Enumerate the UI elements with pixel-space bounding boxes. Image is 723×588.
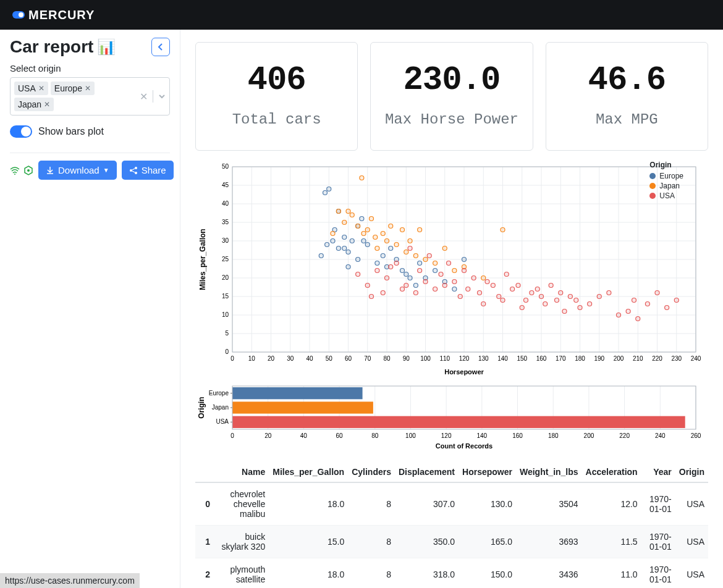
share-button[interactable]: Share [122,161,174,180]
svg-point-174 [524,298,528,303]
svg-text:200: 200 [614,355,624,362]
sidebar: Car report 📊 Select origin USA✕ Europe✕ … [0,30,180,588]
svg-point-117 [356,224,360,229]
svg-point-151 [413,291,418,295]
svg-point-154 [427,254,431,258]
svg-point-121 [370,217,374,221]
svg-point-96 [365,243,370,247]
tag-japan: Japan✕ [14,98,54,111]
svg-point-175 [530,291,534,295]
svg-text:60: 60 [345,355,352,362]
svg-text:10: 10 [248,355,256,362]
remove-tag-icon[interactable]: ✕ [44,100,50,109]
svg-point-113 [336,209,340,214]
svg-point-152 [418,269,422,273]
page-title: Car report 📊 [10,37,116,57]
svg-point-173 [520,306,524,310]
svg-point-164 [478,291,482,295]
clear-all-icon[interactable]: ✕ [140,91,148,103]
svg-point-5 [135,172,137,174]
svg-point-133 [423,258,428,262]
svg-point-190 [626,309,630,314]
svg-text:120: 120 [441,432,452,439]
svg-point-90 [327,187,331,191]
svg-point-105 [413,284,418,288]
collapse-sidebar-button[interactable] [151,38,170,56]
svg-point-130 [408,239,412,243]
show-bars-toggle[interactable] [10,125,32,138]
svg-text:90: 90 [403,355,410,362]
svg-text:45: 45 [222,182,229,188]
svg-point-156 [439,272,443,277]
svg-point-196 [674,298,679,303]
scatter-chart: Origin Europe Japan USA 0102030405060708… [195,161,708,377]
svg-text:15: 15 [222,293,229,300]
caret-down-icon: ▼ [103,167,109,174]
svg-point-176 [535,287,539,292]
svg-text:110: 110 [439,355,450,362]
svg-point-195 [665,306,669,310]
svg-point-2 [27,169,30,172]
table-header: Horsepower [459,462,516,482]
svg-point-171 [510,287,515,292]
svg-point-187 [597,295,601,299]
brand-text: MERCURY [28,8,95,22]
svg-point-79 [319,254,323,258]
svg-point-124 [381,232,385,236]
remove-tag-icon[interactable]: ✕ [38,84,44,93]
svg-text:40: 40 [300,432,308,439]
svg-text:0: 0 [225,348,229,355]
svg-point-88 [360,217,364,221]
svg-point-100 [389,246,393,251]
svg-text:160: 160 [512,432,523,439]
svg-point-158 [447,261,451,266]
svg-text:0: 0 [230,432,234,439]
legend-item[interactable]: Japan [649,182,683,190]
svg-text:40: 40 [222,200,229,207]
svg-point-131 [413,254,418,258]
svg-point-177 [539,295,544,299]
multiselect-controls: ✕ [140,90,166,103]
svg-point-95 [362,239,366,243]
download-button[interactable]: Download ▼ [38,161,117,180]
legend-item[interactable]: USA [649,191,683,200]
svg-point-143 [375,269,379,273]
svg-point-185 [578,306,582,310]
svg-text:USA: USA [216,419,229,426]
brand[interactable]: MERCURY [0,0,180,30]
svg-rect-233 [232,416,685,428]
svg-point-127 [394,243,399,247]
svg-point-86 [350,239,354,243]
origin-multiselect[interactable]: USA✕ Europe✕ Japan✕ ✕ [10,77,170,116]
svg-point-193 [645,302,649,306]
svg-point-116 [350,213,354,217]
legend-item[interactable]: Europe [649,172,683,180]
table-header: Miles_per_Gallon [269,462,348,482]
svg-text:50: 50 [326,355,333,362]
svg-text:120: 120 [459,355,470,362]
card-value: 406 [202,61,351,99]
svg-point-132 [418,228,422,232]
table-header: Name [214,462,269,482]
svg-point-163 [471,276,476,280]
svg-text:100: 100 [420,355,431,362]
svg-text:0: 0 [230,355,234,362]
chevron-down-icon[interactable] [158,93,166,100]
svg-point-167 [491,284,495,288]
svg-text:20: 20 [264,432,272,439]
table-header: Acceleration [582,462,641,482]
svg-point-144 [381,291,385,295]
svg-text:190: 190 [594,355,604,362]
svg-point-165 [481,302,486,306]
svg-point-145 [385,276,389,280]
main-content[interactable]: 406 Total cars 230.0 Max Horse Power 46.… [180,30,723,588]
card-label: Total cars [202,110,351,129]
chevron-left-icon [157,43,164,51]
bar-chart: 020406080100120140160180200220240260Euro… [195,383,708,453]
svg-point-123 [375,246,379,251]
table-row: 2plymouth satellite18.08318.0150.0343611… [195,558,708,588]
svg-point-122 [373,235,378,240]
svg-point-160 [458,295,462,299]
svg-text:60: 60 [336,432,344,439]
remove-tag-icon[interactable]: ✕ [85,84,91,93]
